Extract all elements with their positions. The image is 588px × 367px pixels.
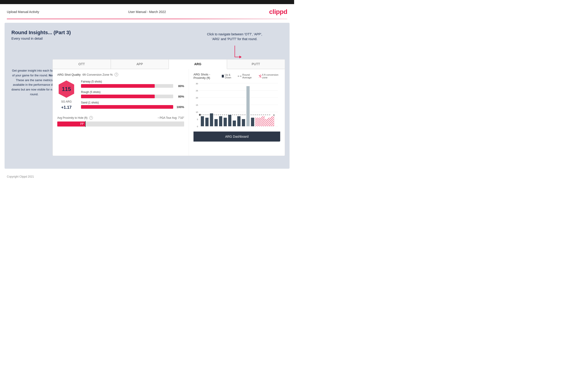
proximity-bar-fill: 77'	[57, 122, 85, 126]
score-container: 115 SG ARG +1.17 Fairway (5 shots)	[57, 80, 184, 111]
shot-quality-label: ARG Shot Quality	[57, 73, 81, 76]
chart-bar-h3	[261, 116, 265, 126]
main-content: Round Insights... (Part 3) Every round i…	[5, 23, 290, 169]
tab-ott[interactable]: OTT	[53, 59, 111, 69]
chart-bar-8	[233, 121, 236, 126]
left-text-content: Get greater insight into each facet of y…	[11, 69, 57, 96]
clippd-logo: clippd	[269, 8, 287, 16]
chart-bar-12	[251, 118, 254, 126]
proximity-section: Avg Proximity to Hole (ft) ? ↑ PGA Tour …	[57, 116, 184, 126]
copyright-text: Copyright Clippd 2021	[7, 175, 34, 178]
arg-dashboard-button[interactable]: ARG Dashboard	[193, 132, 280, 142]
chart-bar-h2	[258, 118, 261, 126]
bar-row-sand: Sand (1 shots) 100%	[81, 101, 184, 109]
dashboard-card: OTT APP ARG PUTT ARG Shot Quality 6ft Co…	[52, 59, 285, 156]
bar-pct-rough: 80%	[175, 95, 184, 98]
bar-label-rough: Rough (5 shots)	[81, 91, 184, 94]
proximity-bar-bg: 77'	[57, 122, 184, 126]
proximity-label: Avg Proximity to Hole (ft) ?	[57, 116, 93, 120]
bar-pct-sand: 100%	[175, 105, 184, 109]
legend-square-hatch	[259, 75, 261, 77]
tab-app[interactable]: APP	[111, 59, 169, 69]
chart-bar-9	[237, 116, 241, 126]
bar-track-sand: 100%	[81, 105, 184, 109]
legend-item-hatch: 6 ft conversion zone	[259, 73, 280, 79]
proximity-help-icon[interactable]: ?	[89, 116, 93, 120]
legend-dash-avg	[238, 76, 242, 76]
conversion-label: 6ft Conversion Zone %	[83, 73, 113, 76]
upload-manual-label: Upload Manual Activity	[7, 10, 39, 14]
bar-bg-sand	[81, 105, 173, 109]
right-panel-title: ARG Shots - Proximity (ft)	[193, 73, 222, 80]
nav-hint-text: Click to navigate between 'OTT', 'APP','…	[207, 32, 262, 41]
legend-item-updown: Up & Down	[222, 73, 235, 79]
legend-square-updown	[222, 75, 224, 77]
svg-marker-0	[239, 56, 242, 58]
bar-pct-fairway: 80%	[175, 84, 184, 88]
proximity-header: Avg Proximity to Hole (ft) ? ↑ PGA Tour …	[57, 116, 184, 120]
svg-text:8: 8	[273, 114, 275, 116]
panel-header: ARG Shot Quality 6ft Conversion Zone % ?	[57, 73, 184, 76]
tab-arg[interactable]: ARG	[169, 59, 227, 69]
tabs-container: OTT APP ARG PUTT	[53, 59, 285, 69]
bar-bg-fairway	[81, 84, 173, 88]
chart-area: 30 25 20 15 10 5 0	[193, 81, 280, 132]
svg-text:15: 15	[196, 104, 198, 106]
legend: Up & Down Round Average 6 ft conversion …	[222, 73, 280, 79]
sg-value: +1.17	[61, 105, 72, 110]
bar-fill-sand	[81, 105, 173, 109]
chart-bar-4	[215, 119, 218, 126]
svg-point-17	[199, 114, 201, 116]
header: Upload Manual Activity User Manual - Mar…	[0, 4, 294, 19]
chart-bar-6	[224, 118, 227, 126]
chart-bar-10	[242, 119, 245, 126]
bar-bg-rough	[81, 95, 173, 98]
chart-svg: 30 25 20 15 10 5 0	[193, 81, 280, 132]
help-icon[interactable]: ?	[114, 73, 118, 76]
proximity-cursor	[85, 121, 86, 127]
svg-text:0: 0	[197, 125, 198, 128]
card-body: ARG Shot Quality 6ft Conversion Zone % ?…	[53, 69, 285, 156]
header-divider	[7, 19, 287, 19]
nav-hint: Click to navigate between 'OTT', 'APP','…	[207, 32, 262, 42]
hexagon-wrapper: 115 SG ARG +1.17	[57, 80, 76, 110]
left-panel: ARG Shot Quality 6ft Conversion Zone % ?…	[53, 69, 189, 156]
footer: Copyright Clippd 2021	[0, 172, 294, 181]
svg-text:20: 20	[196, 97, 198, 99]
chart-bar-1	[201, 116, 204, 126]
legend-label-hatch: 6 ft conversion zone	[262, 73, 280, 79]
legend-label-avg: Round Average	[242, 73, 256, 79]
proximity-value: 77'	[80, 122, 84, 125]
chart-bar-h5	[268, 118, 271, 126]
legend-label-updown: Up & Down	[225, 73, 235, 79]
chart-bar-tall	[246, 86, 250, 126]
chart-bar-3	[210, 113, 213, 126]
chart-bar-2	[205, 118, 208, 126]
chart-bar-5	[219, 116, 222, 126]
bar-fill-rough	[81, 95, 155, 98]
left-description: Get greater insight into each facet of y…	[11, 68, 57, 97]
chart-bar-7	[228, 115, 231, 126]
svg-text:25: 25	[196, 90, 198, 92]
top-bar	[0, 0, 294, 4]
document-title: User Manual - March 2022	[128, 10, 166, 14]
right-panel: ARG Shots - Proximity (ft) Up & Down Rou…	[189, 69, 285, 156]
tab-putt[interactable]: PUTT	[227, 59, 285, 69]
svg-text:10: 10	[196, 111, 198, 113]
pga-avg-label: ↑ PGA Tour Avg: 7'10"	[157, 116, 184, 119]
bar-row-rough: Rough (5 shots) 80%	[81, 91, 184, 98]
svg-text:30: 30	[196, 82, 198, 84]
bar-label-sand: Sand (1 shots)	[81, 101, 184, 104]
bar-track-rough: 80%	[81, 95, 184, 98]
bar-label-fairway: Fairway (5 shots)	[81, 80, 184, 83]
bar-track-fairway: 80%	[81, 84, 184, 88]
svg-text:5: 5	[197, 118, 198, 121]
hex-number: 115	[62, 86, 71, 92]
chart-bar-h4	[265, 119, 268, 126]
bar-row-fairway: Fairway (5 shots) 80%	[81, 80, 184, 88]
chart-bar-h1	[255, 118, 258, 126]
hexagon-score: 115	[57, 80, 76, 98]
chart-bar-h6	[271, 116, 274, 126]
bars-container: Fairway (5 shots) 80% Rough (5 shots)	[81, 80, 184, 111]
legend-item-avg: Round Average	[238, 73, 256, 79]
